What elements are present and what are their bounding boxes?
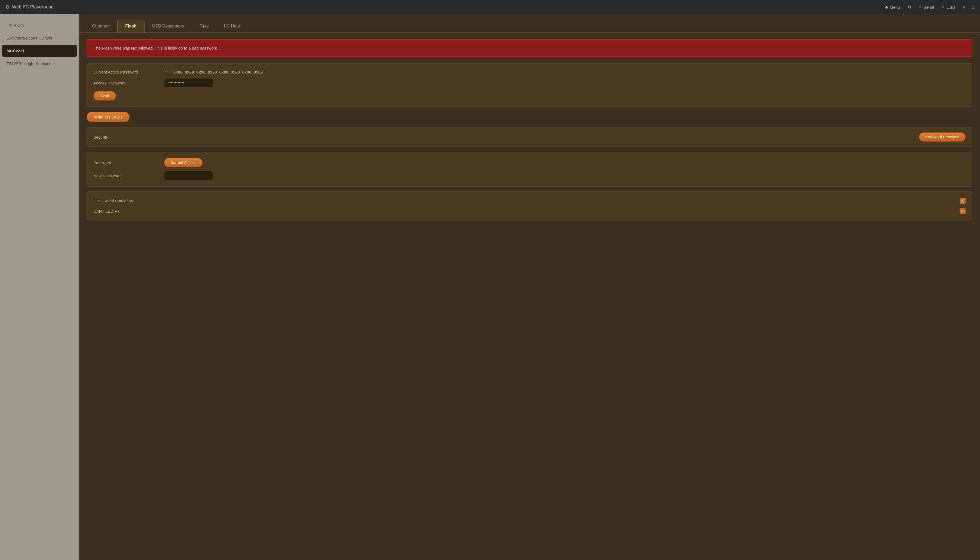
uart-led-checkbox[interactable]: ✓ — [960, 208, 965, 214]
access-password-input[interactable] — [164, 78, 213, 87]
password-section-card: Current Active Password "" [0x00 0x00 0x… — [86, 63, 972, 107]
app-title-container: ⚙ Web I²C Playground — [5, 4, 54, 10]
header-nav: ◆ Menu ⚙ ✕ Serial ✕ USB ✕ HID — [885, 5, 975, 10]
sidebar-item-tsl2591[interactable]: TSL2591 (Light Sensor) — [0, 57, 79, 70]
nav-serial[interactable]: ✕ Serial — [919, 5, 934, 10]
tab-flash[interactable]: Flash — [117, 20, 145, 32]
access-password-row: Access Password — [93, 78, 965, 87]
cdc-serial-checkmark: ✓ — [961, 198, 964, 203]
uart-led-label: UART LED Rx — [93, 209, 960, 213]
page-content: The Flash write was Not Allowed. This Is… — [79, 33, 980, 232]
password-protected-button[interactable]: Password Protected — [919, 132, 965, 142]
nav-settings[interactable]: ⚙ — [908, 5, 911, 10]
password-change-label: Password — [93, 160, 164, 165]
current-active-password-row: Current Active Password "" [0x00 0x00 0x… — [93, 70, 965, 74]
security-label: Security — [93, 135, 919, 140]
nav-hid[interactable]: ✕ HID — [963, 5, 975, 10]
tab-i2c-host[interactable]: I²C Host — [216, 20, 248, 32]
password-row: Password Current Access — [93, 158, 965, 167]
nav-usb[interactable]: ✕ USB — [942, 5, 955, 10]
menu-diamond-icon: ◆ — [885, 5, 888, 10]
app-title: Web I²C Playground — [12, 4, 54, 10]
new-password-label: New Password — [93, 173, 164, 178]
sidebar-item-excamera[interactable]: Excamera Labs I²CDriver — [0, 32, 79, 44]
app-gear-icon: ⚙ — [5, 4, 10, 10]
uart-led-checkmark: ✓ — [961, 209, 964, 213]
hid-x-icon: ✕ — [963, 5, 966, 10]
password-change-card: Password Current Access New Password — [86, 152, 972, 187]
error-message: The Flash write was Not Allowed. This Is… — [94, 46, 217, 50]
current-active-password-value: "" [0x00 0x00 0x00 0x00 0x00 0x00 0x00 0… — [164, 70, 265, 74]
current-access-button[interactable]: Current Access — [164, 158, 203, 167]
cdc-section-card: CDC Serial Emulation ✓ UART LED Rx ✓ — [86, 192, 972, 220]
cdc-serial-row: CDC Serial Emulation ✓ — [93, 198, 965, 204]
tab-common[interactable]: Common — [85, 20, 117, 32]
tab-bar: Common Flash USB Descriptors Gpio I²C Ho… — [79, 14, 980, 33]
usb-x-icon: ✕ — [942, 5, 945, 10]
new-password-input[interactable] — [164, 171, 213, 180]
write-flash-container: Write to FLASH — [86, 112, 972, 127]
uart-led-row: UART LED Rx ✓ — [93, 208, 965, 214]
tab-gpio[interactable]: Gpio — [192, 20, 216, 32]
send-button-row: Send — [93, 91, 965, 100]
main-layout: HT16K33 Excamera Labs I²CDriver MCP2221 … — [0, 14, 980, 560]
serial-x-icon: ✕ — [919, 5, 922, 10]
sidebar: HT16K33 Excamera Labs I²CDriver MCP2221 … — [0, 14, 79, 560]
cdc-serial-checkbox[interactable]: ✓ — [960, 198, 965, 204]
content-area: Common Flash USB Descriptors Gpio I²C Ho… — [79, 14, 980, 560]
security-card: Security Password Protected — [86, 127, 972, 147]
tab-usb-descriptors[interactable]: USB Descriptors — [145, 20, 192, 32]
write-to-flash-button[interactable]: Write to FLASH — [86, 112, 130, 122]
settings-gear-icon: ⚙ — [908, 5, 911, 10]
sidebar-item-mcp2221[interactable]: MCP2221 — [2, 45, 77, 57]
header: ⚙ Web I²C Playground ◆ Menu ⚙ ✕ Serial ✕… — [0, 0, 980, 14]
access-password-label: Access Password — [93, 81, 164, 85]
new-password-row: New Password — [93, 171, 965, 180]
error-banner: The Flash write was Not Allowed. This Is… — [86, 39, 972, 57]
sidebar-item-ht16k33[interactable]: HT16K33 — [0, 20, 79, 32]
cdc-serial-label: CDC Serial Emulation — [93, 198, 960, 203]
nav-menu[interactable]: ◆ Menu — [885, 5, 900, 10]
send-button[interactable]: Send — [93, 91, 116, 100]
current-active-password-label: Current Active Password — [93, 70, 164, 74]
